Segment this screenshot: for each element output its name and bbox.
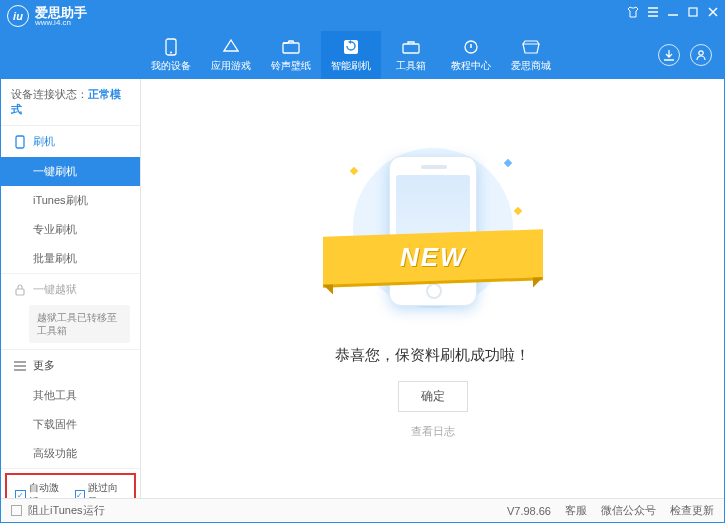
skin-icon[interactable] xyxy=(626,5,640,19)
sidebar-item-pro-flash[interactable]: 专业刷机 xyxy=(1,215,140,244)
category-jailbreak[interactable]: 一键越狱 xyxy=(1,274,140,305)
app-name: 爱思助手 xyxy=(35,6,87,19)
book-icon xyxy=(462,38,480,56)
nav-label: 我的设备 xyxy=(151,59,191,73)
close-icon[interactable] xyxy=(706,5,720,19)
store-icon xyxy=(522,38,540,56)
sidebar-item-advanced[interactable]: 高级功能 xyxy=(1,439,140,468)
block-itunes-label: 阻止iTunes运行 xyxy=(28,503,105,518)
view-log-link[interactable]: 查看日志 xyxy=(411,424,455,439)
maximize-icon[interactable] xyxy=(686,5,700,19)
svg-rect-8 xyxy=(16,136,24,148)
nav-tutorial[interactable]: 教程中心 xyxy=(441,31,501,79)
category-flash[interactable]: 刷机 xyxy=(1,126,140,157)
folder-icon xyxy=(282,38,300,56)
sidebar: 设备连接状态：正常模式 刷机 一键刷机 iTunes刷机 专业刷机 批量刷机 一… xyxy=(1,79,141,498)
sidebar-item-download-firmware[interactable]: 下载固件 xyxy=(1,410,140,439)
lock-icon xyxy=(13,283,27,297)
category-more[interactable]: 更多 xyxy=(1,350,140,381)
user-button[interactable] xyxy=(690,44,712,66)
category-label: 一键越狱 xyxy=(33,282,77,297)
sidebar-item-other-tools[interactable]: 其他工具 xyxy=(1,381,140,410)
menu-icon[interactable] xyxy=(646,5,660,19)
logo-icon: iu xyxy=(7,5,29,27)
phone-icon xyxy=(13,135,27,149)
nav-ringtone-wallpaper[interactable]: 铃声壁纸 xyxy=(261,31,321,79)
status-label: 设备连接状态： xyxy=(11,88,88,100)
nav-label: 铃声壁纸 xyxy=(271,59,311,73)
nav-label: 爱思商城 xyxy=(511,59,551,73)
svg-point-7 xyxy=(699,51,703,55)
nav-apps-games[interactable]: 应用游戏 xyxy=(201,31,261,79)
version-label: V7.98.66 xyxy=(507,505,551,517)
svg-rect-5 xyxy=(403,44,419,53)
toolbox-icon xyxy=(402,38,420,56)
svg-rect-9 xyxy=(16,289,24,295)
ribbon-text: NEW xyxy=(399,242,466,273)
phone-icon xyxy=(162,38,180,56)
nav-store[interactable]: 爱思商城 xyxy=(501,31,561,79)
main-content: NEW 恭喜您，保资料刷机成功啦！ 确定 查看日志 xyxy=(141,79,724,498)
nav-smart-flash[interactable]: 智能刷机 xyxy=(321,31,381,79)
category-label: 刷机 xyxy=(33,134,55,149)
wechat-link[interactable]: 微信公众号 xyxy=(601,503,656,518)
refresh-icon xyxy=(342,38,360,56)
nav-label: 教程中心 xyxy=(451,59,491,73)
success-message: 恭喜您，保资料刷机成功啦！ xyxy=(335,346,530,365)
menu-icon xyxy=(13,359,27,373)
check-update-link[interactable]: 检查更新 xyxy=(670,503,714,518)
jailbreak-note: 越狱工具已转移至工具箱 xyxy=(29,305,130,343)
svg-rect-3 xyxy=(283,43,299,53)
connection-status: 设备连接状态：正常模式 xyxy=(1,79,140,126)
nav-label: 工具箱 xyxy=(396,59,426,73)
checkbox-block-itunes[interactable] xyxy=(11,505,22,516)
sidebar-item-itunes-flash[interactable]: iTunes刷机 xyxy=(1,186,140,215)
nav-my-device[interactable]: 我的设备 xyxy=(141,31,201,79)
svg-rect-0 xyxy=(689,8,697,16)
category-label: 更多 xyxy=(33,358,55,373)
success-illustration: NEW xyxy=(333,138,533,318)
ok-button[interactable]: 确定 xyxy=(398,381,468,412)
app-url: www.i4.cn xyxy=(35,19,87,27)
download-button[interactable] xyxy=(658,44,680,66)
app-logo: iu 爱思助手 www.i4.cn xyxy=(7,5,87,27)
nav-label: 智能刷机 xyxy=(331,59,371,73)
sidebar-item-batch-flash[interactable]: 批量刷机 xyxy=(1,244,140,273)
nav-label: 应用游戏 xyxy=(211,59,251,73)
title-bar: iu 爱思助手 www.i4.cn xyxy=(1,1,724,31)
svg-point-2 xyxy=(170,51,172,53)
service-link[interactable]: 客服 xyxy=(565,503,587,518)
apps-icon xyxy=(222,38,240,56)
main-nav: 我的设备 应用游戏 铃声壁纸 智能刷机 工具箱 教程中心 xyxy=(1,31,724,79)
nav-toolbox[interactable]: 工具箱 xyxy=(381,31,441,79)
status-bar: 阻止iTunes运行 V7.98.66 客服 微信公众号 检查更新 xyxy=(1,498,724,522)
minimize-icon[interactable] xyxy=(666,5,680,19)
sidebar-item-oneclick-flash[interactable]: 一键刷机 xyxy=(1,157,140,186)
